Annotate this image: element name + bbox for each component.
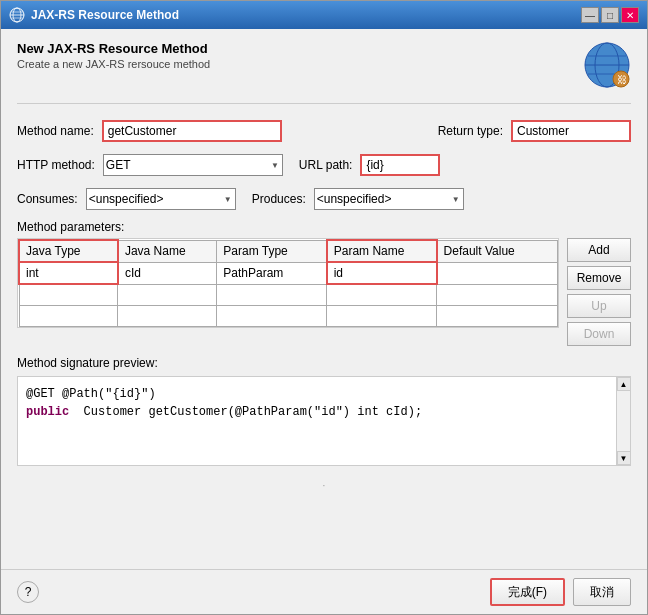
- minimize-button[interactable]: —: [581, 7, 599, 23]
- header-divider: [17, 103, 631, 104]
- produces-select-wrapper: <unspecified>: [314, 188, 464, 210]
- cell-param-type: PathParam: [217, 262, 327, 284]
- footer-right: 完成(F) 取消: [490, 578, 631, 606]
- return-type-label: Return type:: [438, 124, 503, 138]
- consumes-label: Consumes:: [17, 192, 78, 206]
- consumes-row: Consumes: <unspecified> Produces: <unspe…: [17, 188, 631, 210]
- method-name-input[interactable]: [102, 120, 282, 142]
- http-method-select-wrapper: GET POST PUT DELETE: [103, 154, 283, 176]
- main-window: JAX-RS Resource Method — □ ✕ New JAX-RS …: [0, 0, 648, 615]
- header-globe-icon: ⛓: [583, 41, 631, 89]
- signature-preview-box: @GET @Path("{id}") public Customer getCu…: [17, 376, 631, 466]
- signature-line1: @GET @Path("{id}"): [26, 385, 622, 403]
- method-name-row: Method name: Return type:: [17, 120, 631, 142]
- scroll-up-arrow[interactable]: ▲: [617, 377, 631, 391]
- title-bar: JAX-RS Resource Method — □ ✕: [1, 1, 647, 29]
- consumes-select[interactable]: <unspecified>: [86, 188, 236, 210]
- col-header-java-type: Java Type: [19, 240, 118, 262]
- signature-line2-rest: Customer getCustomer(@PathParam("id") in…: [69, 405, 422, 419]
- svg-text:⛓: ⛓: [617, 74, 627, 85]
- dialog-content: New JAX-RS Resource Method Create a new …: [1, 29, 647, 569]
- finish-button[interactable]: 完成(F): [490, 578, 565, 606]
- http-method-select[interactable]: GET POST PUT DELETE: [103, 154, 283, 176]
- cell-param-name: id: [327, 262, 437, 284]
- signature-label: Method signature preview:: [17, 356, 631, 370]
- title-bar-controls: — □ ✕: [581, 7, 639, 23]
- dialog-header: New JAX-RS Resource Method Create a new …: [17, 41, 631, 89]
- col-header-java-name: Java Name: [118, 240, 217, 262]
- title-bar-left: JAX-RS Resource Method: [9, 7, 179, 23]
- consumes-select-wrapper: <unspecified>: [86, 188, 236, 210]
- cell-default-value: [437, 262, 558, 284]
- http-method-row: HTTP method: GET POST PUT DELETE URL pat…: [17, 154, 631, 176]
- close-button[interactable]: ✕: [621, 7, 639, 23]
- return-type-input[interactable]: [511, 120, 631, 142]
- params-table: Java Type Java Name Param Type Param Nam…: [18, 239, 558, 327]
- signature-line2: public Customer getCustomer(@PathParam("…: [26, 403, 622, 421]
- url-path-label: URL path:: [299, 158, 353, 172]
- footer-left: ?: [17, 581, 39, 603]
- action-buttons: Add Remove Up Down: [567, 238, 631, 346]
- table-empty-row-2: [19, 306, 558, 327]
- method-name-label: Method name:: [17, 124, 94, 138]
- signature-section: Method signature preview: @GET @Path("{i…: [17, 356, 631, 466]
- col-header-param-name: Param Name: [327, 240, 437, 262]
- app-icon: [9, 7, 25, 23]
- remove-button[interactable]: Remove: [567, 266, 631, 290]
- scroll-down-arrow[interactable]: ▼: [617, 451, 631, 465]
- window-title: JAX-RS Resource Method: [31, 8, 179, 22]
- http-method-label: HTTP method:: [17, 158, 95, 172]
- produces-select[interactable]: <unspecified>: [314, 188, 464, 210]
- col-header-param-type: Param Type: [217, 240, 327, 262]
- params-table-container: Java Type Java Name Param Type Param Nam…: [17, 238, 559, 328]
- signature-keyword: public: [26, 405, 69, 419]
- dot-separator: ·: [17, 476, 631, 495]
- url-path-input[interactable]: [360, 154, 440, 176]
- dialog-subtitle: Create a new JAX-RS rersouce method: [17, 58, 210, 70]
- up-button[interactable]: Up: [567, 294, 631, 318]
- cell-java-type: int: [19, 262, 118, 284]
- params-header-row: Java Type Java Name Param Type Param Nam…: [19, 240, 558, 262]
- down-button[interactable]: Down: [567, 322, 631, 346]
- table-row: int cId PathParam id: [19, 262, 558, 284]
- dialog-footer: ? 完成(F) 取消: [1, 569, 647, 614]
- params-table-and-buttons: Java Type Java Name Param Type Param Nam…: [17, 238, 631, 346]
- cell-java-name: cId: [118, 262, 217, 284]
- params-label: Method parameters:: [17, 220, 631, 234]
- help-button[interactable]: ?: [17, 581, 39, 603]
- cancel-button[interactable]: 取消: [573, 578, 631, 606]
- dialog-title: New JAX-RS Resource Method: [17, 41, 210, 56]
- add-button[interactable]: Add: [567, 238, 631, 262]
- produces-label: Produces:: [252, 192, 306, 206]
- col-header-default-value: Default Value: [437, 240, 558, 262]
- table-empty-row-1: [19, 284, 558, 306]
- params-section: Method parameters: Java Type Java Name P…: [17, 220, 631, 346]
- signature-scrollbar: ▲ ▼: [616, 377, 630, 465]
- restore-button[interactable]: □: [601, 7, 619, 23]
- dialog-header-text: New JAX-RS Resource Method Create a new …: [17, 41, 210, 70]
